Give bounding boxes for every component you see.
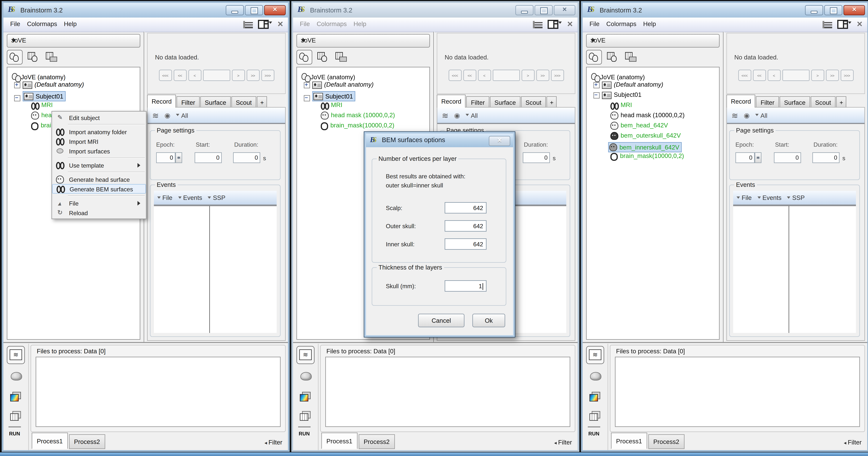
panel-splitter[interactable] xyxy=(723,32,724,342)
nav-fast-forward-button[interactable]: >>> xyxy=(551,69,564,81)
view-functional-conditions-button[interactable] xyxy=(623,50,638,64)
nav-prev-button[interactable]: < xyxy=(768,69,780,81)
start-field[interactable]: 0 xyxy=(195,152,222,163)
nav-forward-button[interactable]: >> xyxy=(536,69,549,81)
maximize-button[interactable] xyxy=(824,5,842,15)
view-functional-conditions-button[interactable] xyxy=(44,50,59,64)
titlebar[interactable]: BS Brainstorm 3.2 ✕ xyxy=(583,3,867,18)
tab-filter[interactable]: Filter xyxy=(466,96,489,108)
run-button[interactable]: RUN xyxy=(9,431,20,436)
nav-next-button[interactable]: > xyxy=(521,69,534,81)
nav-backward-button[interactable]: << xyxy=(174,69,186,81)
minimize-button[interactable] xyxy=(805,5,823,15)
process-matrix-button[interactable] xyxy=(297,407,313,424)
nav-prev-button[interactable]: < xyxy=(188,69,201,81)
tree-item-subject01[interactable]: Subject01 xyxy=(7,91,140,102)
tab-add[interactable]: + xyxy=(547,96,557,108)
tab-process1[interactable]: Process1 xyxy=(32,433,68,449)
menu-colormaps[interactable]: Colormaps xyxy=(27,20,57,27)
menu-item-import-anatomy-folder[interactable]: Import anatomy folder xyxy=(52,127,146,137)
montage-icon[interactable] xyxy=(454,111,460,119)
menu-item-file[interactable]: File xyxy=(52,198,146,208)
menu-item-import-surfaces[interactable]: Import surfaces xyxy=(52,146,146,156)
tree-item-protocol[interactable]: JoVE (anatomy) xyxy=(7,71,140,81)
tree-item-subject01[interactable]: Subject01 xyxy=(297,91,429,102)
outer-skull-field[interactable]: 642 xyxy=(445,220,487,232)
tree-item-head-mask[interactable]: head mask (10000,0,2) xyxy=(587,112,719,122)
tab-filter[interactable]: Filter xyxy=(756,96,779,108)
horizontal-splitter[interactable] xyxy=(3,342,288,344)
view-anatomy-button[interactable] xyxy=(297,50,312,64)
tree-item-bem-innerskull[interactable]: bem_innerskull_642V xyxy=(587,142,719,152)
nav-forward-button[interactable]: >> xyxy=(826,69,839,81)
montage-icon[interactable] xyxy=(744,111,750,119)
channel-selector[interactable]: All xyxy=(755,112,768,119)
menu-item-import-mri[interactable]: Import MRI xyxy=(52,137,146,146)
events-file-menu[interactable]: File xyxy=(157,194,173,201)
maximize-button[interactable] xyxy=(535,5,553,15)
view-functional-subjects-button[interactable] xyxy=(605,50,620,64)
nav-fast-forward-button[interactable]: >>> xyxy=(840,69,854,81)
menu-item-use-template[interactable]: Use template xyxy=(52,160,146,170)
time-field[interactable] xyxy=(203,69,230,81)
menu-file[interactable]: File xyxy=(10,20,20,27)
window-layout-button[interactable] xyxy=(548,20,562,29)
view-functional-subjects-button[interactable] xyxy=(26,50,41,64)
view-functional-subjects-button[interactable] xyxy=(316,50,330,64)
menu-help[interactable]: Help xyxy=(64,20,77,27)
menu-help[interactable]: Help xyxy=(353,20,366,27)
dialog-close-button[interactable]: ✕ xyxy=(489,136,510,146)
ok-button[interactable]: Ok xyxy=(472,314,505,327)
filter-toggle[interactable]: Filter xyxy=(265,439,282,446)
tree-item-bem-outerskull[interactable]: bem_outerskull_642V xyxy=(587,132,719,142)
menu-file[interactable]: File xyxy=(300,20,310,27)
duration-field[interactable]: 0 xyxy=(233,152,260,163)
files-to-process-list[interactable] xyxy=(615,357,860,427)
tab-scout[interactable]: Scout xyxy=(231,96,256,108)
nav-forward-button[interactable]: >> xyxy=(246,69,259,81)
menu-file[interactable]: File xyxy=(589,20,599,27)
expand-icon[interactable] xyxy=(593,82,600,88)
process-sources-button[interactable] xyxy=(297,368,313,384)
layout-options-icon[interactable] xyxy=(533,21,542,28)
tab-record[interactable]: Record xyxy=(147,94,176,108)
time-field[interactable] xyxy=(493,69,520,81)
events-ssp-menu[interactable]: SSP xyxy=(208,194,225,201)
menu-item-generate-head-surface[interactable]: Generate head surface xyxy=(52,174,146,184)
menu-item-edit-subject[interactable]: Edit subject xyxy=(52,113,146,122)
horizontal-splitter[interactable] xyxy=(583,342,867,344)
process-sources-button[interactable] xyxy=(586,368,603,384)
display-mode-icon[interactable] xyxy=(732,111,738,120)
close-all-figures-icon[interactable]: ✕ xyxy=(857,21,863,28)
close-all-figures-icon[interactable]: ✕ xyxy=(277,21,283,28)
menu-item-generate-bem-surfaces[interactable]: Generate BEM surfaces xyxy=(52,184,146,194)
duration-field[interactable]: 0 xyxy=(523,152,550,163)
nav-next-button[interactable]: > xyxy=(232,69,245,81)
tree-item-brain-mask[interactable]: brain_mask(10000,0,2) xyxy=(297,122,429,132)
nav-fast-backward-button[interactable]: <<< xyxy=(159,69,172,81)
time-field[interactable] xyxy=(782,69,809,81)
process-timefreq-button[interactable] xyxy=(297,388,313,405)
menu-colormaps[interactable]: Colormaps xyxy=(317,20,347,27)
nav-backward-button[interactable]: << xyxy=(463,69,476,81)
events-ssp-menu[interactable]: SSP xyxy=(787,194,805,201)
tab-process1[interactable]: Process1 xyxy=(321,433,358,449)
tree-item-mri[interactable]: MRI xyxy=(7,102,140,112)
tree-item-bem-head[interactable]: bem_head_642V xyxy=(587,122,719,132)
close-button[interactable]: ✕ xyxy=(843,5,865,15)
titlebar[interactable]: BS Brainstorm 3.2 ✕ xyxy=(293,3,578,18)
start-field[interactable]: 0 xyxy=(774,152,801,163)
nav-prev-button[interactable]: < xyxy=(478,69,491,81)
expand-icon[interactable] xyxy=(14,82,20,88)
process-matrix-button[interactable] xyxy=(7,407,24,424)
tree-item-head-mask[interactable]: head mask (10000,0,2) xyxy=(297,112,429,122)
tab-process2[interactable]: Process2 xyxy=(648,434,684,449)
process-sources-button[interactable] xyxy=(7,368,24,384)
process-data-button[interactable] xyxy=(297,346,314,364)
window-layout-button[interactable] xyxy=(837,20,851,29)
menu-colormaps[interactable]: Colormaps xyxy=(606,20,637,27)
tree-item-default-anatomy[interactable]: (Default anatomy) xyxy=(297,81,429,91)
nav-fast-backward-button[interactable]: <<< xyxy=(448,69,461,81)
tab-surface[interactable]: Surface xyxy=(200,96,231,108)
montage-icon[interactable] xyxy=(164,111,170,119)
